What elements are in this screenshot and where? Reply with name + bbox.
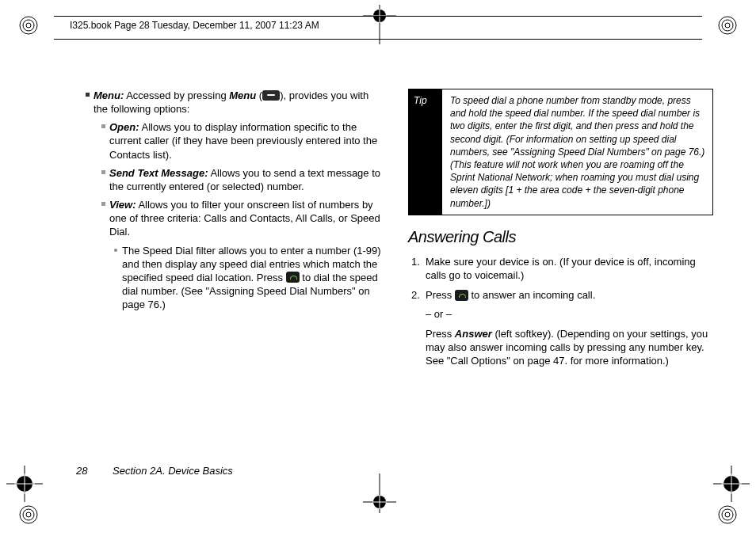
svg-point-6 xyxy=(20,506,37,523)
registration-cross-bottom xyxy=(363,473,396,513)
svg-point-7 xyxy=(23,509,34,520)
bullet-icon xyxy=(101,202,105,206)
step-1: 1. Make sure your device is on. (If your… xyxy=(408,255,713,282)
term-menu-word: Menu xyxy=(229,89,256,101)
text: Make sure your device is on. (If your de… xyxy=(426,256,696,281)
registration-mark-left xyxy=(6,466,43,502)
right-column: Tip To speed dial a phone number from st… xyxy=(408,89,713,458)
svg-point-11 xyxy=(725,512,730,517)
menu-item-open: Open: Allows you to display information … xyxy=(76,120,381,161)
svg-point-10 xyxy=(722,509,733,520)
bullet-icon xyxy=(86,93,90,97)
left-column: Menu: Accessed by pressing Menu (), prov… xyxy=(76,89,381,458)
step-number: 1. xyxy=(411,255,420,268)
step-2: 2. Press to answer an incoming call. – o… xyxy=(408,288,713,367)
text: Allows you to filter your onscreen list … xyxy=(109,199,380,238)
heading-answering-calls: Answering Calls xyxy=(408,226,713,247)
menu-item-speed-dial: The Speed Dial filter allows you to ente… xyxy=(76,244,381,312)
text: ( xyxy=(256,89,262,101)
or-divider: – or – xyxy=(426,307,713,321)
page-body: Menu: Accessed by pressing Menu (), prov… xyxy=(76,89,713,458)
menu-item-menu: Menu: Accessed by pressing Menu (), prov… xyxy=(76,89,381,116)
term-view: View: xyxy=(109,199,136,211)
text: to answer an incoming call. xyxy=(468,289,595,301)
svg-point-5 xyxy=(725,23,730,28)
talk-key-icon xyxy=(455,290,468,301)
svg-point-3 xyxy=(719,17,736,34)
svg-point-0 xyxy=(20,17,37,34)
text: Press xyxy=(426,289,455,301)
term-send: Send Text Message: xyxy=(109,167,208,179)
svg-point-2 xyxy=(26,23,31,28)
crop-mark-bottom-right xyxy=(716,504,739,526)
talk-key-icon xyxy=(286,272,300,283)
term-open: Open: xyxy=(109,121,139,133)
crop-mark-bottom-left xyxy=(17,504,40,526)
crop-mark-top-left xyxy=(17,14,40,36)
bullet-icon xyxy=(114,249,117,252)
menu-item-view: View: Allows you to filter your onscreen… xyxy=(76,198,381,238)
bullet-icon xyxy=(101,170,105,174)
crop-mark-top-right xyxy=(716,14,739,36)
term-menu: Menu: xyxy=(94,89,124,101)
svg-point-1 xyxy=(23,20,34,31)
running-head: I325.book Page 28 Tuesday, December 11, … xyxy=(70,20,319,31)
page-number: 28 xyxy=(76,465,87,477)
registration-mark-right xyxy=(713,466,750,502)
step-number: 2. xyxy=(411,288,420,302)
tip-box: Tip To speed dial a phone number from st… xyxy=(408,89,713,215)
footer: 28 Section 2A. Device Basics xyxy=(76,465,233,477)
menu-item-send-text: Send Text Message: Allows you to send a … xyxy=(76,166,381,193)
svg-point-8 xyxy=(26,512,31,517)
step-2-alt: Press Answer (left softkey). (Depending … xyxy=(426,327,713,367)
term-answer: Answer xyxy=(455,328,492,340)
text: Accessed by pressing xyxy=(124,89,229,101)
tip-body: To speed dial a phone number from standb… xyxy=(442,89,712,215)
bullet-icon xyxy=(101,124,105,128)
section-title: Section 2A. Device Basics xyxy=(113,465,233,477)
svg-point-4 xyxy=(722,20,733,31)
svg-point-9 xyxy=(719,506,736,523)
text: Press xyxy=(426,328,455,340)
tip-label: Tip xyxy=(409,89,442,215)
softkey-icon xyxy=(262,90,280,101)
text: Allows you to display information specif… xyxy=(109,121,377,160)
